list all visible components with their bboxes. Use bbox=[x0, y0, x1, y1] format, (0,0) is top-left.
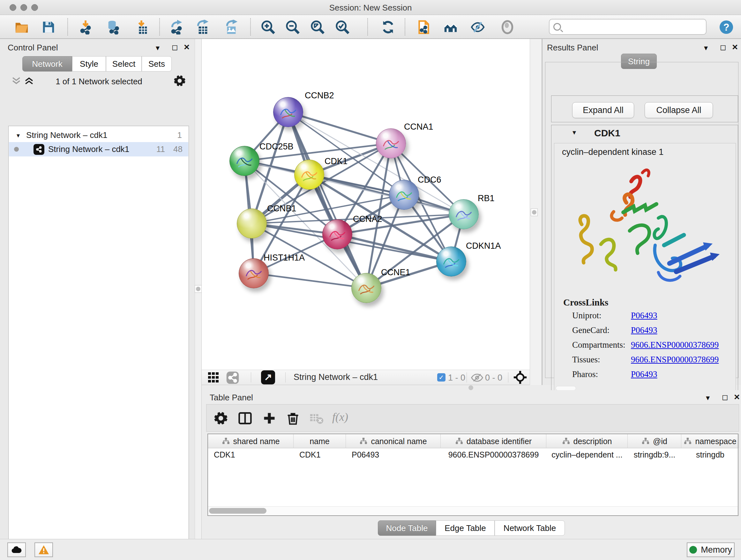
network-collection-row[interactable]: ▾ String Network – cdk1 1 bbox=[9, 128, 188, 142]
network-edge[interactable] bbox=[288, 112, 391, 143]
column-header-name[interactable]: name bbox=[293, 434, 346, 448]
crosslink-link[interactable]: P06493 bbox=[631, 311, 657, 320]
network-node-cdc25b[interactable] bbox=[229, 146, 259, 176]
import-network-from-database-button[interactable] bbox=[105, 19, 122, 36]
expand-all-icon[interactable] bbox=[23, 76, 35, 85]
network-node-cdkn1a[interactable] bbox=[436, 246, 466, 276]
expand-all-button[interactable]: Expand All bbox=[572, 102, 634, 118]
network-node-ccnb1[interactable] bbox=[237, 208, 267, 239]
tab-sets[interactable]: Sets bbox=[142, 56, 172, 71]
show-grid-icon[interactable] bbox=[208, 372, 219, 382]
control-panel-float-icon[interactable]: ◻ bbox=[172, 43, 178, 52]
results-panel-close-icon[interactable]: ✕ bbox=[732, 43, 738, 52]
warning-status-button[interactable] bbox=[35, 543, 53, 557]
right-panel-splitter[interactable] bbox=[530, 39, 542, 385]
home-networks-button[interactable] bbox=[442, 19, 460, 36]
network-canvas[interactable]: CCNB2CCNA1CDC25BCDK1CDC6RB1CCNB1CCNA2CDK… bbox=[202, 39, 530, 370]
column-header-shared-name[interactable]: shared name bbox=[208, 434, 293, 448]
show-columns-button[interactable] bbox=[237, 410, 253, 426]
table-horizontal-scrollbar[interactable] bbox=[208, 506, 738, 515]
save-session-button[interactable] bbox=[40, 19, 57, 36]
column-header-@id[interactable]: @id bbox=[628, 434, 681, 448]
results-panel-float-icon[interactable]: ◻ bbox=[720, 43, 726, 52]
section-collapse-triangle-icon[interactable]: ▾ bbox=[572, 128, 576, 137]
hide-show-button[interactable] bbox=[469, 19, 487, 36]
refresh-button[interactable] bbox=[379, 19, 397, 36]
network-node-ccne1[interactable] bbox=[351, 273, 381, 303]
delete-column-button[interactable] bbox=[285, 410, 301, 426]
fit-selection-crosshair-icon[interactable] bbox=[513, 370, 527, 384]
import-network-button[interactable] bbox=[77, 19, 95, 36]
left-panel-splitter[interactable] bbox=[195, 39, 202, 539]
table-cell[interactable]: 9606.ENSP00000378699 bbox=[441, 448, 546, 461]
crosslink-link[interactable]: 9606.ENSP00000378699 bbox=[631, 355, 719, 365]
export-image-button[interactable] bbox=[222, 19, 240, 36]
tab-node-table[interactable]: Node Table bbox=[378, 520, 436, 536]
column-header-description[interactable]: description bbox=[546, 434, 628, 448]
inactive-view-button[interactable] bbox=[498, 19, 516, 36]
add-column-button[interactable] bbox=[261, 410, 277, 426]
table-panel-close-icon[interactable]: ✕ bbox=[734, 393, 740, 401]
help-button[interactable]: ? bbox=[718, 19, 735, 36]
crosslink-link[interactable]: P06493 bbox=[631, 369, 657, 379]
tab-edge-table[interactable]: Edge Table bbox=[436, 520, 495, 536]
table-cell[interactable]: P06493 bbox=[346, 448, 441, 461]
right-splitter-handle[interactable] bbox=[531, 208, 538, 216]
zoom-in-button[interactable] bbox=[259, 19, 277, 36]
tab-style[interactable]: Style bbox=[72, 56, 106, 71]
open-session-button[interactable] bbox=[13, 19, 30, 36]
export-network-button[interactable] bbox=[168, 19, 186, 36]
memory-status-button[interactable]: Memory bbox=[687, 543, 735, 557]
table-cell[interactable]: stringdb bbox=[681, 448, 739, 461]
crosslink-link[interactable]: 9606.ENSP00000378699 bbox=[631, 340, 719, 350]
protein-structure-thumbnail bbox=[355, 278, 379, 299]
zoom-out-button[interactable] bbox=[284, 19, 301, 36]
collapse-triangle-icon[interactable]: ▾ bbox=[17, 132, 20, 139]
control-panel-menu-icon[interactable]: ▾ bbox=[156, 44, 159, 52]
horizontal-splitter-handle[interactable] bbox=[468, 385, 473, 390]
network-node-rb1[interactable] bbox=[449, 199, 479, 229]
results-scrollbar-thumb[interactable] bbox=[556, 386, 576, 390]
export-table-button[interactable] bbox=[194, 19, 212, 36]
tab-network-table[interactable]: Network Table bbox=[495, 520, 565, 536]
column-header-namespace[interactable]: namespace bbox=[681, 434, 739, 448]
table-cell[interactable]: CDK1 bbox=[208, 448, 293, 461]
column-header-canonical-name[interactable]: canonical name bbox=[346, 434, 441, 448]
cloud-status-button[interactable] bbox=[7, 543, 26, 557]
birdseye-view-icon[interactable]: ↗ bbox=[261, 370, 275, 384]
table-cell[interactable]: CDK1 bbox=[293, 448, 346, 461]
network-node-cdk1[interactable] bbox=[294, 160, 324, 190]
network-node-ccna1[interactable] bbox=[376, 128, 406, 159]
collapse-all-button[interactable]: Collapse All bbox=[645, 102, 713, 118]
network-node-cdc6[interactable] bbox=[389, 180, 419, 210]
network-row-selected[interactable]: String Network – cdk1 11 48 bbox=[9, 142, 188, 157]
zoom-selected-button[interactable] bbox=[333, 19, 351, 36]
selected-checkbox-icon[interactable]: ✓ bbox=[437, 373, 446, 381]
tab-select[interactable]: Select bbox=[106, 56, 142, 71]
crosslink-link[interactable]: P06493 bbox=[631, 325, 657, 335]
gear-icon[interactable] bbox=[174, 75, 186, 87]
table-panel-menu-icon[interactable]: ▾ bbox=[706, 393, 710, 402]
network-node-ccna2[interactable] bbox=[322, 219, 352, 249]
collapse-all-icon[interactable] bbox=[11, 76, 22, 85]
table-settings-button[interactable] bbox=[213, 410, 229, 426]
control-panel-close-icon[interactable]: ✕ bbox=[184, 43, 190, 52]
import-table-button[interactable] bbox=[133, 19, 151, 36]
network-edge[interactable] bbox=[254, 273, 366, 288]
search-input[interactable] bbox=[564, 22, 703, 31]
share-view-icon[interactable] bbox=[226, 371, 239, 384]
table-cell[interactable]: cyclin–dependent ... bbox=[546, 448, 628, 461]
protein-structure-thumbnail bbox=[242, 263, 266, 284]
tab-network[interactable]: Network bbox=[22, 56, 72, 71]
table-panel-float-icon[interactable]: ◻ bbox=[722, 393, 728, 401]
scrollbar-thumb[interactable] bbox=[209, 508, 266, 514]
share-network-file-button[interactable] bbox=[414, 19, 432, 36]
network-node-hist1h1a[interactable] bbox=[239, 258, 269, 288]
zoom-fit-button[interactable] bbox=[309, 19, 327, 36]
results-panel-menu-icon[interactable]: ▾ bbox=[704, 44, 708, 52]
column-header-database-identifier[interactable]: database identifier bbox=[441, 434, 546, 448]
table-row[interactable]: CDK1CDK1P064939606.ENSP00000378699cyclin… bbox=[208, 448, 738, 461]
left-splitter-handle[interactable] bbox=[195, 285, 202, 293]
network-node-ccnb2[interactable] bbox=[273, 97, 303, 127]
table-cell[interactable]: stringdb:9... bbox=[628, 448, 681, 461]
